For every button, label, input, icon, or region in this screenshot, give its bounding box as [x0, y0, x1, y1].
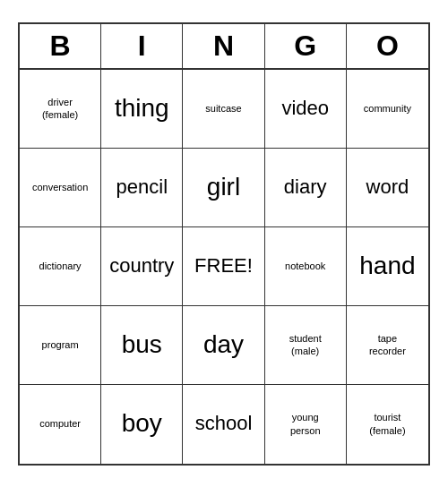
header-letter: O: [347, 24, 428, 68]
bingo-cell: driver(female): [20, 70, 101, 149]
bingo-cell: country: [101, 227, 183, 306]
cell-text: youngperson: [290, 411, 321, 437]
cell-text: boy: [122, 407, 162, 440]
bingo-cell: diary: [265, 149, 347, 227]
bingo-header: BINGO: [20, 24, 428, 70]
cell-text: pencil: [116, 175, 168, 201]
cell-text: day: [203, 329, 244, 361]
header-letter: G: [265, 24, 347, 68]
header-letter: N: [183, 24, 264, 68]
bingo-cell: taperecorder: [347, 306, 428, 385]
cell-text: thing: [115, 92, 169, 124]
cell-text: community: [364, 102, 411, 115]
header-letter: B: [20, 24, 101, 68]
cell-text: word: [366, 175, 409, 201]
cell-text: bus: [122, 329, 162, 361]
bingo-cell: tourist(female): [347, 385, 428, 464]
bingo-cell: program: [20, 306, 101, 385]
cell-text: country: [109, 253, 174, 279]
bingo-cell: bus: [101, 306, 183, 385]
bingo-cell: youngperson: [265, 385, 347, 464]
cell-text: computer: [39, 417, 81, 430]
bingo-cell: FREE!: [183, 227, 264, 306]
bingo-cell: thing: [101, 70, 183, 149]
cell-text: notebook: [285, 260, 325, 272]
bingo-cell: community: [347, 70, 428, 149]
bingo-cell: student(male): [265, 306, 347, 385]
bingo-cell: girl: [183, 149, 264, 227]
bingo-cell: boy: [101, 385, 183, 464]
bingo-cell: notebook: [265, 227, 347, 306]
bingo-cell: computer: [20, 385, 101, 464]
bingo-cell: pencil: [101, 149, 183, 227]
bingo-cell: hand: [347, 227, 428, 306]
cell-text: conversation: [32, 181, 88, 193]
bingo-cell: suitcase: [183, 70, 264, 149]
cell-text: suitcase: [205, 102, 241, 115]
cell-text: hand: [359, 250, 415, 282]
cell-text: taperecorder: [369, 332, 406, 358]
cell-text: program: [42, 338, 79, 351]
cell-text: dictionary: [39, 260, 82, 272]
bingo-cell: school: [183, 385, 264, 464]
cell-text: girl: [207, 171, 240, 203]
cell-text: FREE!: [194, 253, 253, 279]
cell-text: driver(female): [42, 96, 78, 122]
cell-text: school: [195, 411, 253, 437]
bingo-cell: conversation: [20, 149, 101, 227]
cell-text: student(male): [289, 332, 322, 358]
header-letter: I: [101, 24, 183, 68]
bingo-grid: driver(female)thingsuitcasevideocommunit…: [20, 70, 428, 464]
bingo-cell: day: [183, 306, 264, 385]
bingo-cell: word: [347, 149, 428, 227]
bingo-cell: dictionary: [20, 227, 101, 306]
cell-text: video: [281, 96, 329, 122]
cell-text: diary: [284, 175, 327, 201]
cell-text: tourist(female): [369, 411, 405, 437]
bingo-card: BINGO driver(female)thingsuitcasevideoco…: [18, 22, 430, 466]
bingo-cell: video: [265, 70, 347, 149]
